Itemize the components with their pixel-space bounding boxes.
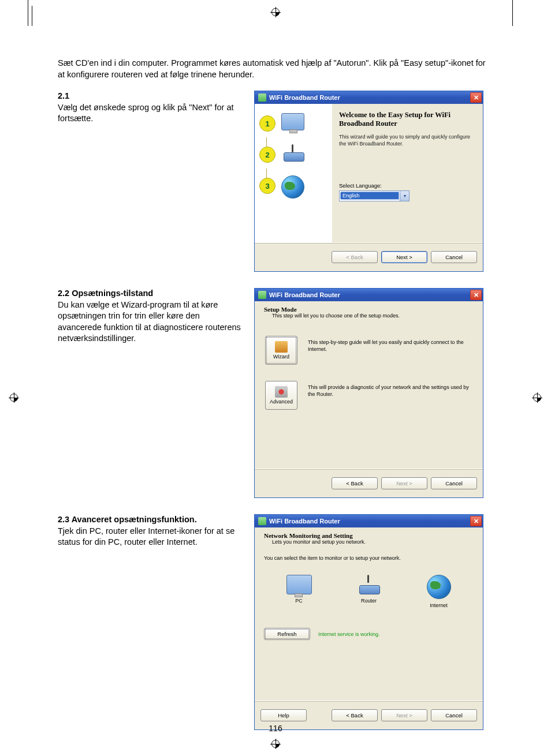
reg-mark-bottom: [270, 739, 281, 749]
setup-mode-heading: Setup Mode: [264, 306, 474, 313]
select-language-label: Select Language:: [339, 182, 476, 189]
router-item[interactable]: Router: [346, 575, 392, 608]
setup-mode-subline: This step will let you to choose one of …: [272, 313, 474, 319]
chevron-down-icon[interactable]: ▾: [400, 191, 409, 201]
crop-mark: [512, 0, 513, 26]
step-badge: 3: [259, 178, 276, 194]
section-num: 2.3: [58, 515, 69, 524]
wizard-desc: This step-by-step guide will let you eas…: [308, 336, 474, 365]
welcome-subtext: This wizard will guide you to simply and…: [339, 134, 476, 147]
refresh-button[interactable]: Refresh: [264, 628, 310, 640]
router-icon: [357, 575, 381, 594]
pc-label: PC: [295, 598, 303, 604]
wizard-button[interactable]: Wizard: [265, 336, 297, 365]
crop-mark: [28, 0, 28, 26]
step-badge: 1: [259, 115, 276, 132]
wizard-label: Wizard: [273, 354, 289, 360]
monitor-subline: Lets you monitor and setup you network.: [272, 539, 474, 545]
reg-mark-left: [9, 392, 19, 403]
monitor-heading: Network Monitoring and Setting: [264, 532, 474, 539]
monitor-icon: [286, 575, 312, 594]
reg-mark-right: [532, 392, 542, 403]
dialog-footer: < Back Next > Cancel: [255, 469, 483, 497]
advanced-desc: This will provide a diagnostic of your n…: [308, 381, 474, 410]
welcome-heading: Welcome to the Easy Setup for WiFi Broad…: [339, 111, 476, 128]
step-badge: 2: [259, 147, 276, 163]
section-2-3: 2.3 Avanceret opsætningsfunktion. Tjek d…: [58, 514, 493, 730]
monitor-instruction: You can select the item to monitor or to…: [264, 555, 474, 561]
window-title: WiFi Broadband Router: [269, 291, 470, 298]
page-number: 116: [0, 724, 551, 733]
wizard-icon: [275, 341, 288, 353]
cancel-button[interactable]: Cancel: [431, 477, 477, 489]
titlebar: WiFi Broadband Router ✕: [255, 91, 483, 104]
next-button[interactable]: Next >: [381, 477, 427, 489]
section-2-2: 2.2 Opsætnings-tilstand Du kan vælge et …: [58, 288, 493, 498]
steps-sidebar: 1 2 3: [255, 104, 332, 242]
pc-item[interactable]: PC: [276, 575, 322, 608]
back-button[interactable]: < Back: [332, 709, 378, 721]
router-icon: [281, 144, 304, 162]
router-label: Router: [361, 598, 377, 604]
language-combobox[interactable]: English ▾: [339, 190, 409, 201]
reg-mark-top: [270, 7, 281, 17]
status-message: Internet service is working.: [318, 631, 380, 637]
window-title: WiFi Broadband Router: [269, 94, 470, 101]
section-body: Du kan vælge et Wizard-program til at kø…: [58, 300, 241, 343]
section-title: Avanceret opsætningsfunktion.: [72, 515, 197, 524]
next-button[interactable]: Next >: [381, 709, 427, 721]
internet-item[interactable]: Internet: [416, 575, 462, 608]
monitor-icon: [281, 113, 304, 130]
globe-icon: [281, 175, 304, 199]
dialog-setup-mode: WiFi Broadband Router ✕ Setup Mode This …: [254, 288, 483, 498]
cancel-button[interactable]: Cancel: [431, 251, 477, 263]
next-button[interactable]: Next >: [381, 251, 427, 263]
window-title: WiFi Broadband Router: [269, 518, 470, 525]
back-button[interactable]: < Back: [332, 251, 378, 263]
dialog-network-monitor: WiFi Broadband Router ✕ Network Monitori…: [254, 514, 483, 730]
globe-icon: [427, 575, 451, 599]
language-selected: English: [340, 192, 399, 200]
section-title: Opsætnings-tilstand: [72, 289, 153, 298]
advanced-icon: [275, 386, 288, 398]
section-num: 2.1: [58, 91, 69, 100]
section-body: Vælg det ønskede sprog og klik på "Next"…: [58, 103, 233, 123]
close-icon[interactable]: ✕: [470, 290, 482, 300]
crop-mark: [32, 6, 32, 26]
dialog-language: WiFi Broadband Router ✕ 1 2: [254, 91, 483, 272]
back-button[interactable]: < Back: [332, 477, 378, 489]
app-icon: [258, 517, 266, 525]
advanced-label: Advanced: [270, 399, 293, 405]
titlebar: WiFi Broadband Router ✕: [255, 515, 483, 527]
cancel-button[interactable]: Cancel: [431, 709, 477, 721]
advanced-button[interactable]: Advanced: [265, 381, 297, 410]
internet-label: Internet: [430, 602, 448, 608]
app-icon: [258, 93, 266, 102]
section-num: 2.2: [58, 289, 69, 298]
section-2-1: 2.1 Vælg det ønskede sprog og klik på "N…: [58, 91, 493, 272]
titlebar: WiFi Broadband Router ✕: [255, 289, 483, 301]
help-button[interactable]: Help: [260, 709, 307, 721]
dialog-footer: < Back Next > Cancel: [255, 242, 483, 271]
close-icon[interactable]: ✕: [470, 516, 482, 526]
close-icon[interactable]: ✕: [470, 92, 482, 103]
section-body: Tjek din PC, router eller Internet-ikone…: [58, 526, 234, 547]
intro-text: Sæt CD'en ind i din computer. Programmet…: [58, 58, 493, 80]
app-icon: [258, 291, 266, 299]
